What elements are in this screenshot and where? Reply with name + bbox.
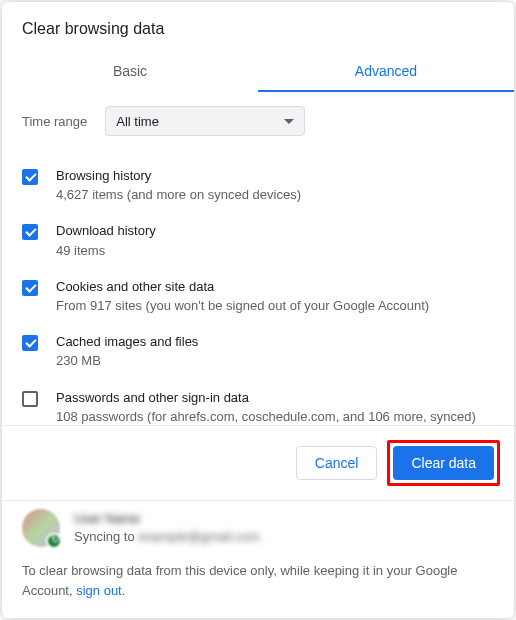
- chevron-down-icon: [284, 119, 294, 124]
- tabs: Basic Advanced: [2, 52, 514, 92]
- checkbox-cookies[interactable]: [22, 280, 38, 296]
- account-text: User Name Syncing to example@gmail.com: [74, 510, 260, 546]
- item-browsing-history: Browsing history 4,627 items (and more o…: [22, 158, 506, 213]
- checkbox-browsing-history[interactable]: [22, 169, 38, 185]
- item-cookies: Cookies and other site data From 917 sit…: [22, 269, 506, 324]
- item-title: Passwords and other sign-in data: [56, 389, 476, 407]
- item-sub: 230 MB: [56, 352, 198, 370]
- account-row: User Name Syncing to example@gmail.com: [2, 501, 514, 561]
- tab-advanced[interactable]: Advanced: [258, 52, 514, 92]
- avatar: [22, 509, 60, 547]
- sync-icon: [46, 533, 62, 549]
- account-email: example@gmail.com: [138, 528, 260, 546]
- time-range-value: All time: [116, 114, 159, 129]
- time-range-row: Time range All time: [22, 106, 506, 136]
- cancel-button[interactable]: Cancel: [296, 446, 378, 480]
- sync-label: Syncing to: [74, 529, 138, 544]
- checkbox-cache[interactable]: [22, 335, 38, 351]
- item-sub: 49 items: [56, 242, 156, 260]
- footer-note: To clear browsing data from this device …: [2, 561, 514, 618]
- highlight-annotation: Clear data: [387, 440, 500, 486]
- item-sub: 108 passwords (for ahrefs.com, coschedul…: [56, 408, 476, 425]
- scroll-area[interactable]: Time range All time Browsing history 4,6…: [2, 92, 514, 425]
- item-download-history: Download history 49 items: [22, 213, 506, 268]
- item-title: Cached images and files: [56, 333, 198, 351]
- item-title: Cookies and other site data: [56, 278, 429, 296]
- dialog-footer: Cancel Clear data: [2, 426, 514, 500]
- time-range-select[interactable]: All time: [105, 106, 305, 136]
- checkbox-passwords[interactable]: [22, 391, 38, 407]
- item-sub: From 917 sites (you won't be signed out …: [56, 297, 429, 315]
- time-range-label: Time range: [22, 114, 87, 129]
- checkbox-download-history[interactable]: [22, 224, 38, 240]
- item-title: Download history: [56, 222, 156, 240]
- account-name: User Name: [74, 510, 260, 528]
- note-suffix: .: [122, 583, 126, 598]
- item-cache: Cached images and files 230 MB: [22, 324, 506, 379]
- tab-basic[interactable]: Basic: [2, 52, 258, 92]
- clear-browsing-data-dialog: Clear browsing data Basic Advanced Time …: [2, 2, 514, 618]
- item-title: Browsing history: [56, 167, 301, 185]
- item-passwords: Passwords and other sign-in data 108 pas…: [22, 380, 506, 426]
- sign-out-link[interactable]: sign out: [76, 583, 122, 598]
- item-sub: 4,627 items (and more on synced devices): [56, 186, 301, 204]
- clear-data-button[interactable]: Clear data: [393, 446, 494, 480]
- dialog-title: Clear browsing data: [2, 2, 514, 52]
